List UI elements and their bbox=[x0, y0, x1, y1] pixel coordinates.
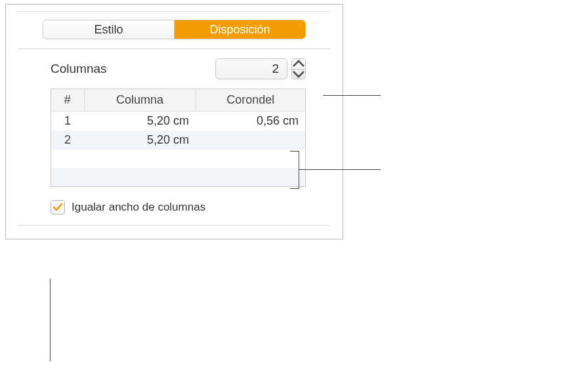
table-header-row: # Columna Corondel bbox=[51, 89, 305, 112]
cell-num: 1 bbox=[51, 112, 84, 131]
columns-label: Columnas bbox=[51, 62, 107, 76]
columns-count-value: 2 bbox=[272, 62, 279, 76]
checkmark-icon bbox=[52, 202, 63, 213]
header-column[interactable]: Columna bbox=[84, 89, 196, 112]
table-row[interactable]: 1 5,20 cm 0,56 cm bbox=[51, 112, 305, 131]
cell-num: 2 bbox=[51, 131, 84, 150]
cell-gutter[interactable] bbox=[196, 131, 305, 150]
columns-table: # Columna Corondel 1 5,20 cm 0,56 cm 2 5… bbox=[51, 89, 306, 187]
separator bbox=[18, 49, 331, 49]
table-row-empty bbox=[51, 150, 305, 168]
callout-bracket bbox=[290, 151, 299, 189]
separator bbox=[18, 11, 331, 12]
segmented-control: Estilo Disposición bbox=[43, 20, 306, 39]
chevron-down-icon bbox=[292, 70, 305, 78]
separator bbox=[18, 225, 331, 226]
equal-width-checkbox[interactable] bbox=[51, 200, 65, 215]
cell-column[interactable]: 5,20 cm bbox=[84, 131, 196, 150]
inspector-panel: Estilo Disposición Columnas 2 bbox=[5, 4, 343, 239]
callout-line bbox=[50, 279, 51, 361]
table-row[interactable]: 2 5,20 cm bbox=[51, 131, 305, 150]
columns-count-field[interactable]: 2 bbox=[215, 58, 287, 79]
table-row-empty bbox=[51, 168, 305, 186]
columns-row: Columnas 2 bbox=[18, 58, 331, 79]
header-num[interactable]: # bbox=[51, 89, 84, 112]
cell-gutter[interactable]: 0,56 cm bbox=[196, 112, 305, 131]
stepper-up[interactable] bbox=[292, 59, 305, 69]
tab-style[interactable]: Estilo bbox=[43, 20, 174, 39]
equal-width-row: Igualar ancho de columnas bbox=[51, 200, 331, 215]
chevron-up-icon bbox=[292, 60, 305, 68]
tab-layout[interactable]: Disposición bbox=[175, 20, 305, 39]
columns-stepper-group: 2 bbox=[215, 58, 306, 79]
stepper-down[interactable] bbox=[292, 69, 305, 79]
columns-stepper bbox=[291, 58, 306, 79]
callout-line bbox=[299, 169, 381, 170]
callout-line bbox=[323, 95, 381, 96]
cell-column[interactable]: 5,20 cm bbox=[84, 112, 196, 131]
header-gutter[interactable]: Corondel bbox=[196, 89, 305, 112]
equal-width-label: Igualar ancho de columnas bbox=[72, 201, 205, 214]
